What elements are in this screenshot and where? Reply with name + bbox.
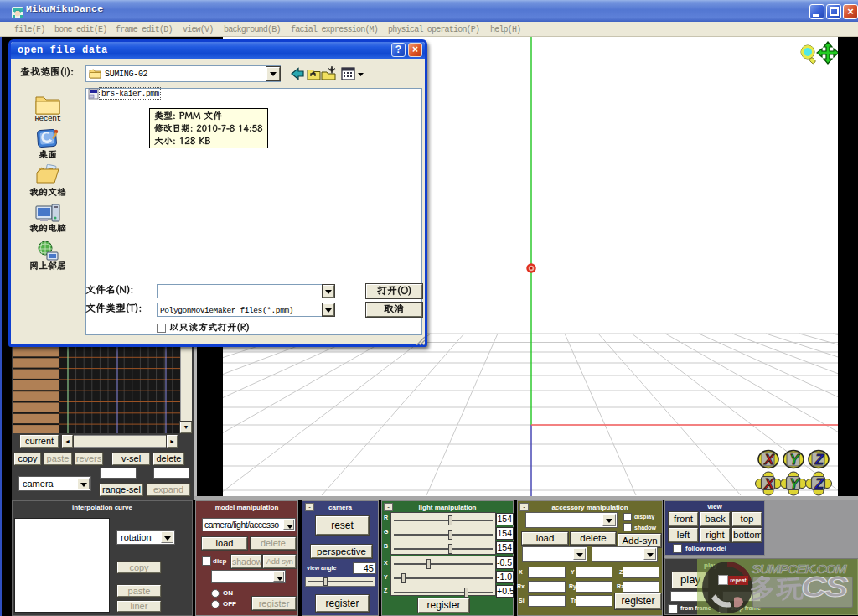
svg-text:Y: Y [789,476,800,492]
svg-text:Y: Y [789,452,800,468]
svg-text:Z: Z [814,452,824,468]
svg-text:Z: Z [814,476,824,492]
svg-text:X: X [763,452,775,468]
svg-text:X: X [763,476,775,492]
